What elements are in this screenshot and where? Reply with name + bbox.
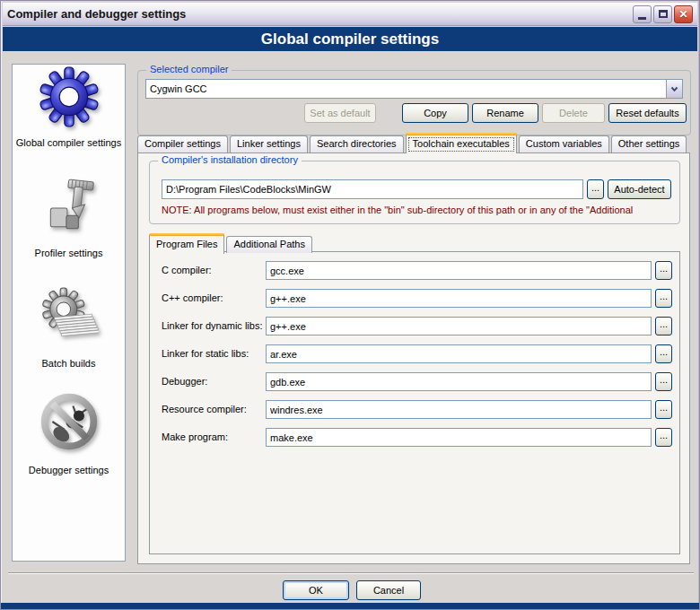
debugger-browse-button[interactable]: ... bbox=[655, 372, 672, 391]
installation-directory-browse-button[interactable]: ... bbox=[587, 179, 604, 199]
tab-custom-variables[interactable]: Custom variables bbox=[519, 135, 609, 152]
programs-tab-strip: Program Files Additional Paths bbox=[149, 233, 314, 253]
make-program-browse-button[interactable]: ... bbox=[655, 428, 672, 447]
tab-toolchain-executables[interactable]: Toolchain executables bbox=[406, 133, 517, 153]
gear-blue-icon bbox=[39, 66, 99, 127]
field-label: Linker for static libs: bbox=[162, 348, 249, 359]
sidebar-item-profiler-settings[interactable]: Profiler settings bbox=[14, 175, 123, 258]
selected-compiler-group-label: Selected compiler bbox=[146, 64, 232, 74]
sidebar-item-batch-builds[interactable]: Batch builds bbox=[14, 287, 123, 369]
field-label: Resource compiler: bbox=[162, 404, 247, 414]
sidebar: Global compiler settings Profiler settin… bbox=[12, 64, 126, 562]
resource-compiler-browse-button[interactable]: ... bbox=[655, 400, 672, 419]
c-compiler-input[interactable] bbox=[266, 261, 652, 280]
compiler-settings-dialog: Compiler and debugger settings ✕ Global … bbox=[0, 0, 700, 610]
installation-directory-group-label: Compiler's installation directory bbox=[158, 154, 302, 165]
field-label: C++ compiler: bbox=[162, 292, 223, 303]
ok-button[interactable]: OK bbox=[283, 580, 349, 600]
field-label: Debugger: bbox=[162, 376, 207, 387]
rename-button[interactable]: Rename bbox=[472, 103, 538, 123]
selected-compiler-group: Selected compiler Set as default Copy Re… bbox=[137, 70, 691, 135]
combobox-dropdown-button[interactable] bbox=[666, 80, 682, 98]
dynamic-linker-input[interactable] bbox=[266, 317, 652, 336]
debugger-input[interactable] bbox=[266, 372, 652, 391]
chevron-down-icon bbox=[670, 86, 678, 92]
static-linker-browse-button[interactable]: ... bbox=[655, 344, 672, 363]
sidebar-item-debugger-settings[interactable]: Debugger settings bbox=[14, 388, 123, 475]
tab-other-settings[interactable]: Other settings bbox=[611, 135, 687, 152]
tab-program-files[interactable]: Program Files bbox=[149, 233, 224, 254]
toolchain-row: C++ compiler: ... bbox=[150, 289, 679, 309]
field-label: Linker for dynamic libs: bbox=[162, 320, 263, 331]
auto-detect-button[interactable]: Auto-detect bbox=[608, 179, 671, 199]
maximize-icon bbox=[659, 10, 668, 18]
compiler-combobox-value[interactable] bbox=[146, 80, 666, 98]
dynamic-linker-browse-button[interactable]: ... bbox=[655, 317, 672, 336]
sidebar-item-global-compiler-settings[interactable]: Global compiler settings bbox=[14, 66, 123, 148]
sidebar-item-label: Global compiler settings bbox=[16, 137, 121, 148]
no-bug-icon bbox=[38, 388, 101, 455]
compiler-combobox[interactable] bbox=[145, 79, 683, 99]
gear-stack-icon bbox=[39, 287, 99, 348]
program-files-panel: C compiler: ... C++ compiler: ... Linker… bbox=[149, 251, 680, 554]
page-title: Global compiler settings bbox=[3, 27, 697, 51]
toolchain-executables-panel: Compiler's installation directory ... Au… bbox=[137, 152, 690, 564]
field-label: C compiler: bbox=[162, 265, 212, 275]
sidebar-item-label: Profiler settings bbox=[35, 248, 103, 258]
set-as-default-button[interactable]: Set as default bbox=[304, 103, 376, 123]
make-program-input[interactable] bbox=[266, 428, 652, 447]
toolchain-row: Linker for static libs: ... bbox=[150, 344, 679, 364]
tab-compiler-settings[interactable]: Compiler settings bbox=[137, 135, 228, 152]
footer-separator bbox=[8, 572, 694, 574]
window-title: Compiler and debugger settings bbox=[7, 7, 633, 21]
titlebar[interactable]: Compiler and debugger settings ✕ bbox=[3, 3, 697, 26]
tab-linker-settings[interactable]: Linker settings bbox=[230, 135, 308, 152]
tab-additional-paths[interactable]: Additional Paths bbox=[226, 236, 312, 253]
window-controls: ✕ bbox=[633, 5, 693, 23]
close-icon: ✕ bbox=[678, 9, 687, 20]
field-label: Make program: bbox=[162, 431, 228, 442]
sidebar-item-label: Batch builds bbox=[42, 358, 96, 369]
close-button[interactable]: ✕ bbox=[674, 5, 693, 23]
toolchain-row: Debugger: ... bbox=[150, 372, 679, 392]
cpp-compiler-input[interactable] bbox=[266, 289, 652, 308]
installation-directory-input[interactable] bbox=[162, 179, 583, 199]
tab-search-directories[interactable]: Search directories bbox=[310, 135, 404, 152]
c-compiler-browse-button[interactable]: ... bbox=[655, 261, 672, 280]
caliper-icon bbox=[39, 175, 99, 238]
sidebar-item-label: Debugger settings bbox=[29, 465, 109, 475]
note-text: NOTE: All programs below, must exist eit… bbox=[162, 205, 677, 215]
maximize-button[interactable] bbox=[653, 5, 672, 23]
cpp-compiler-browse-button[interactable]: ... bbox=[655, 289, 672, 308]
resource-compiler-input[interactable] bbox=[266, 400, 652, 419]
bottom-accent-strip bbox=[1, 603, 699, 609]
toolchain-row: Make program: ... bbox=[150, 428, 679, 448]
minimize-button[interactable] bbox=[633, 5, 652, 23]
static-linker-input[interactable] bbox=[266, 344, 652, 363]
delete-button[interactable]: Delete bbox=[542, 103, 605, 123]
minimize-icon bbox=[638, 17, 646, 20]
toolchain-row: Linker for dynamic libs: ... bbox=[150, 317, 679, 336]
copy-button[interactable]: Copy bbox=[402, 103, 468, 123]
settings-tab-strip: Compiler settings Linker settings Search… bbox=[137, 133, 688, 152]
reset-defaults-button[interactable]: Reset defaults bbox=[608, 103, 687, 123]
toolchain-row: C compiler: ... bbox=[150, 261, 679, 281]
installation-directory-group: Compiler's installation directory ... Au… bbox=[149, 161, 680, 224]
toolchain-row: Resource compiler: ... bbox=[150, 400, 679, 420]
cancel-button[interactable]: Cancel bbox=[356, 580, 421, 600]
